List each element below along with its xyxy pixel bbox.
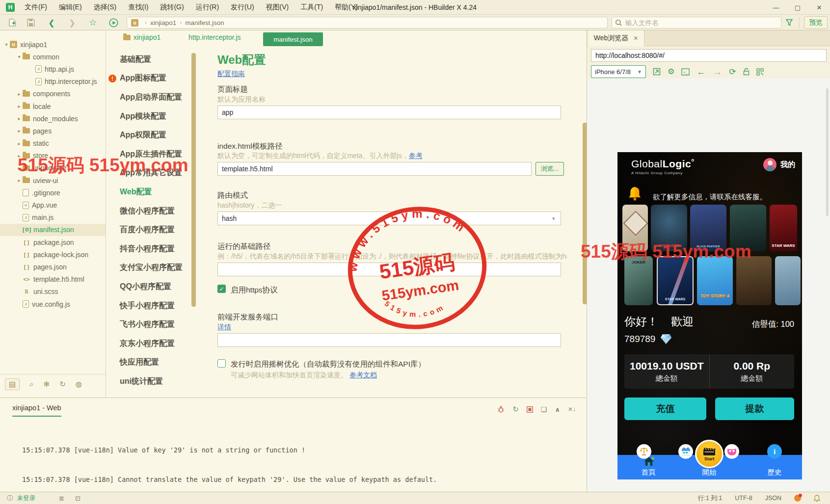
find-binoculars-icon[interactable]: ⌕ (29, 380, 33, 389)
https-checkbox[interactable]: ✓ (217, 285, 226, 293)
tree-item-folder[interactable]: ▸store (0, 150, 106, 162)
tree-item-project[interactable]: ▾uxinjiapo1 (0, 38, 106, 51)
preview-scrollbar[interactable] (826, 88, 829, 216)
nav-douyin-config[interactable]: 抖音小程序配置 (106, 239, 192, 259)
refresh-icon[interactable]: ⟳ (729, 68, 736, 76)
save-icon[interactable] (26, 18, 36, 27)
nav-web-config[interactable]: Web配置 (106, 183, 192, 202)
tree-item-file[interactable]: Jhttp.interceptor.js (0, 76, 106, 88)
nav-feishu-config[interactable]: 飞书小程序配置 (106, 315, 192, 334)
tree-item-folder[interactable]: ▸uview-ui (0, 174, 106, 186)
nav-alipay-config[interactable]: 支付宝小程序配置 (106, 259, 192, 278)
login-status[interactable]: 未登录 (17, 494, 36, 503)
nav-jingdong-config[interactable]: 京东小程序配置 (106, 334, 192, 353)
tree-item-file[interactable]: Jmain.js (0, 212, 106, 224)
mask-game-icon[interactable] (724, 444, 739, 459)
collapse-panel-icon[interactable]: ∧ (555, 406, 560, 413)
menu-find[interactable]: 查找(I) (123, 1, 153, 13)
outline-icon[interactable]: ≣ (59, 495, 64, 502)
browser-tab[interactable]: Web浏览器✕ (588, 30, 644, 46)
export-log-icon[interactable]: ❏ (541, 405, 547, 413)
settings-gear-icon[interactable]: ⚙ (668, 68, 674, 76)
movie-poster[interactable] (775, 256, 801, 305)
lock-icon[interactable] (743, 68, 750, 76)
run-icon[interactable] (108, 18, 119, 27)
config-guide-link[interactable]: 配置指南 (217, 70, 245, 79)
nav-basic-config[interactable]: 基础配置 (106, 50, 192, 69)
tree-item-folder[interactable]: ▸locale (0, 100, 106, 112)
nav-app-native-plugin-config[interactable]: App原生插件配置 (106, 145, 192, 164)
close-button[interactable]: ✕ (808, 0, 830, 15)
tree-item-file[interactable]: Suni.scss (0, 286, 106, 298)
nav-baidu-config[interactable]: 百度小程序配置 (106, 220, 192, 239)
breadcrumb[interactable]: u › xinjiapo1 › manifest.json (127, 17, 608, 28)
nav-app-module-config[interactable]: App模块配置 (106, 107, 192, 126)
tree-item-folder[interactable]: ▸static (0, 137, 106, 150)
template-path-input[interactable] (217, 162, 532, 176)
reference-doc-link[interactable]: 参考文档 (349, 371, 377, 379)
debug-icon[interactable]: ✻ (44, 380, 50, 389)
file-search-box[interactable] (612, 17, 781, 28)
menu-run[interactable]: 运行(R) (191, 1, 224, 13)
nav-history[interactable]: 歷史 (757, 468, 792, 477)
nav-start[interactable]: 開始 (692, 468, 726, 477)
info-history-icon[interactable]: i (767, 444, 782, 459)
nav-quickapp-config[interactable]: 快应用配置 (106, 353, 192, 372)
notification-bell-icon[interactable] (814, 495, 820, 502)
nav-app-launch-config[interactable]: App启动界面配置 (106, 88, 192, 107)
device-select[interactable]: iPhone 6/7/8▼ (591, 65, 646, 78)
new-file-icon[interactable] (7, 18, 18, 27)
profile-button[interactable]: 我的 (763, 158, 795, 171)
menu-edit[interactable]: 编辑(E) (54, 1, 87, 13)
page-title-input[interactable] (217, 106, 561, 119)
tree-item-file[interactable]: [ ]pages.json (0, 261, 106, 273)
url-bar[interactable] (591, 49, 827, 62)
tree-item-file-selected[interactable]: [⚙]manifest.json (0, 224, 106, 236)
debug-bug-icon[interactable] (497, 406, 505, 413)
movie-poster[interactable]: TOY STORY 4 (697, 256, 733, 305)
menu-file[interactable]: 文件(F) (20, 1, 52, 13)
movie-poster[interactable]: BLACK PANTHER (690, 205, 726, 251)
nav-app-permission-config[interactable]: App权限配置 (106, 126, 192, 145)
terminal-icon[interactable]: ⊡ (75, 495, 80, 502)
tree-item-file[interactable]: .gitignore (0, 186, 106, 199)
tab-project-folder[interactable]: xinjiapo1 (123, 33, 161, 41)
favorite-star-icon[interactable]: ☆ (87, 18, 98, 27)
browse-button[interactable]: 浏览... (535, 162, 564, 176)
movie-poster[interactable]: STAR WARS (657, 256, 694, 305)
details-link[interactable]: 详情 (217, 323, 231, 332)
nav-unistat-config[interactable]: uni统计配置 (106, 372, 192, 391)
cursor-position[interactable]: 行:1 列:1 (698, 494, 722, 503)
tree-item-file[interactable]: [ ]package-lock.json (0, 248, 106, 261)
forward-arrow-icon[interactable]: → (713, 67, 722, 77)
movie-poster[interactable] (730, 205, 766, 251)
treeshake-checkbox[interactable] (217, 359, 226, 368)
menu-view[interactable]: 视图(V) (261, 1, 294, 13)
base-path-input[interactable] (217, 263, 561, 276)
globe-icon[interactable]: ◍ (76, 380, 82, 389)
restart-icon[interactable]: ↻ (512, 405, 519, 414)
movie-poster[interactable] (736, 256, 772, 305)
console-tab[interactable]: xinjiapo1 - Web (12, 404, 61, 417)
back-icon[interactable]: ❮ (46, 18, 57, 27)
movie-poster[interactable]: STAR WARS (770, 205, 797, 251)
nav-app-other-config[interactable]: App常用其它设置 (106, 164, 192, 183)
update-notification-icon[interactable] (794, 495, 801, 502)
router-mode-select[interactable] (217, 212, 561, 225)
nav-home[interactable]: 首頁 (631, 468, 666, 477)
minimize-button[interactable]: — (765, 0, 787, 15)
tree-item-file[interactable]: [ ]package.json (0, 236, 106, 248)
menu-select[interactable]: 选择(S) (89, 1, 122, 13)
nav-scrollbar[interactable] (191, 53, 196, 307)
explorer-tab-icon[interactable]: ▤ (5, 378, 20, 390)
qr-code-icon[interactable] (756, 68, 764, 76)
withdraw-button[interactable]: 提款 (715, 398, 794, 420)
start-game-button[interactable]: Start (695, 440, 723, 468)
dev-port-input[interactable] (217, 333, 561, 347)
preview-button[interactable]: 预览 (804, 16, 828, 29)
tree-item-folder[interactable]: ▸components (0, 88, 106, 100)
tree-item-file[interactable]: VApp.vue (0, 199, 106, 211)
tree-item-file[interactable]: <>template.h5.html (0, 273, 106, 286)
movie-poster[interactable] (622, 205, 648, 251)
clear-log-icon[interactable]: ✕↓ (568, 406, 576, 413)
